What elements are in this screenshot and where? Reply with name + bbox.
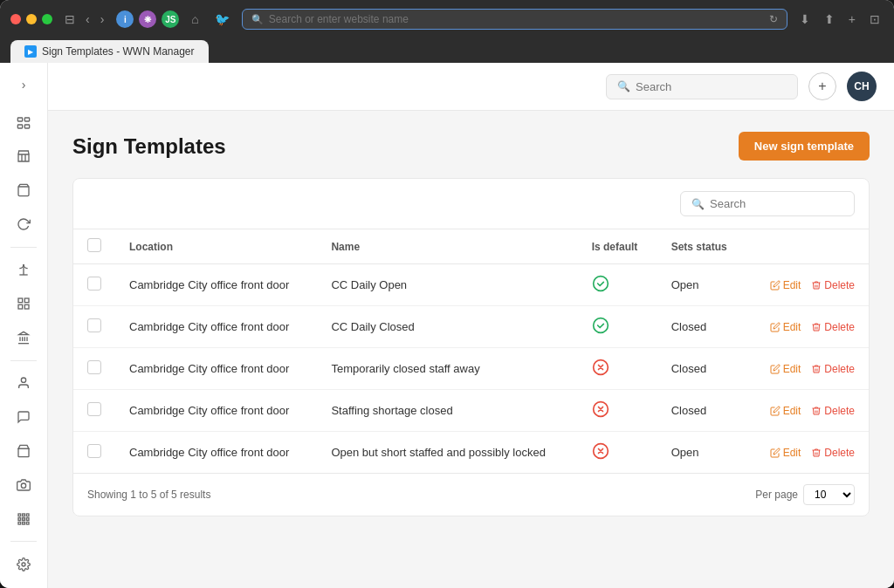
sidebar-toggle[interactable]: ›: [10, 72, 37, 97]
tab-bar: ▶ Sign Templates - WWN Manager: [10, 37, 884, 63]
sidebar-item-store[interactable]: [8, 141, 39, 172]
close-button[interactable]: [10, 14, 21, 24]
address-bar[interactable]: 🔍 ↻: [242, 9, 787, 30]
sidebar-item-bank[interactable]: [8, 323, 39, 353]
edit-button-3[interactable]: Edit: [770, 363, 801, 375]
row-actions-5: Edit Delete: [747, 432, 869, 474]
per-page-label: Per page: [755, 489, 798, 501]
edit-button-2[interactable]: Edit: [770, 321, 801, 333]
row-select-3[interactable]: [73, 348, 115, 390]
sidebar: ›: [0, 63, 48, 588]
home-btn[interactable]: ⌂: [188, 10, 202, 28]
browser-icon-blue: i: [116, 10, 134, 28]
table-search-icon: 🔍: [691, 198, 705, 210]
sidebar-item-bag[interactable]: [8, 175, 39, 206]
table-search-input[interactable]: [710, 197, 843, 210]
sidebar-divider-3: [10, 541, 37, 542]
avatar[interactable]: CH: [847, 72, 877, 101]
minimize-button[interactable]: [26, 14, 37, 24]
svg-rect-20: [23, 514, 25, 516]
svg-rect-0: [17, 118, 22, 121]
edit-button-4[interactable]: Edit: [770, 405, 801, 417]
sidebar-item-scale[interactable]: [8, 255, 39, 285]
row-checkbox-5[interactable]: [87, 444, 101, 458]
sidebar-item-box[interactable]: [8, 435, 39, 466]
svg-rect-19: [18, 514, 21, 516]
header-search-input[interactable]: [636, 80, 787, 93]
address-bar-container: 🔍 ↻: [242, 9, 787, 30]
delete-button-2[interactable]: Delete: [811, 321, 855, 333]
address-input[interactable]: [269, 13, 764, 25]
per-page-select[interactable]: 10 25 50 100: [803, 484, 855, 505]
sidebar-item-camera[interactable]: [8, 469, 39, 500]
sidebar-item-message[interactable]: [8, 401, 39, 432]
row-checkbox-2[interactable]: [87, 318, 101, 332]
showing-results: Showing 1 to 5 of 5 results: [87, 489, 210, 501]
delete-button-1[interactable]: Delete: [811, 279, 855, 291]
row-location-1: Cambridge City office front door: [115, 264, 317, 306]
default-check-icon-1: [592, 275, 609, 292]
row-select-4[interactable]: [73, 390, 115, 432]
browser-icon-purple: ❋: [139, 10, 156, 28]
per-page-control: Per page 10 25 50 100: [755, 484, 855, 505]
row-default-1: [578, 264, 657, 306]
row-checkbox-3[interactable]: [87, 360, 101, 374]
page-title-row: Sign Templates New sign template: [72, 132, 870, 161]
select-all-checkbox[interactable]: [87, 238, 101, 252]
row-actions-2: Edit Delete: [747, 306, 869, 348]
row-actions-4: Edit Delete: [747, 390, 869, 432]
sidebar-item-grid[interactable]: [8, 289, 39, 319]
sidebar-item-refresh[interactable]: [8, 209, 39, 240]
table-row: Cambridge City office front door CC Dail…: [73, 306, 869, 348]
delete-button-5[interactable]: Delete: [811, 447, 855, 459]
row-select-5[interactable]: [73, 432, 115, 474]
delete-button-3[interactable]: Delete: [811, 363, 855, 375]
sidebar-item-apps[interactable]: [8, 503, 39, 534]
svg-rect-24: [26, 517, 29, 520]
sidebar-toggle-btn[interactable]: ⊟: [61, 10, 79, 28]
header-search[interactable]: 🔍: [606, 74, 798, 99]
svg-rect-26: [23, 522, 25, 524]
row-status-4: Closed: [657, 390, 747, 432]
delete-button-4[interactable]: Delete: [811, 405, 855, 417]
edit-button-1[interactable]: Edit: [770, 279, 801, 291]
row-name-2: CC Daily Closed: [317, 306, 577, 348]
row-checkbox-4[interactable]: [87, 402, 101, 416]
row-status-2: Closed: [657, 306, 747, 348]
row-select-2[interactable]: [73, 306, 115, 348]
tab-title: Sign Templates - WWN Manager: [42, 45, 195, 58]
row-default-2: [578, 306, 657, 348]
back-btn[interactable]: ‹: [82, 10, 93, 28]
nav-buttons: ⊟ ‹ ›: [61, 10, 107, 28]
row-location-4: Cambridge City office front door: [115, 390, 317, 432]
browser-icon-green: JS: [162, 10, 179, 28]
table-search[interactable]: 🔍: [680, 191, 855, 216]
download-btn[interactable]: ⬇: [796, 10, 814, 28]
row-checkbox-1[interactable]: [87, 277, 101, 291]
share-btn[interactable]: ⬆: [821, 10, 838, 28]
reload-icon[interactable]: ↻: [769, 13, 778, 25]
traffic-lights: [10, 14, 52, 24]
sidebar-item-user[interactable]: [8, 368, 39, 399]
more-btn[interactable]: ⊡: [866, 10, 884, 28]
svg-point-29: [593, 277, 608, 291]
sidebar-item-person[interactable]: [8, 107, 39, 138]
app-content: ›: [0, 63, 894, 588]
select-all-header[interactable]: [73, 229, 115, 264]
new-tab-btn[interactable]: +: [845, 10, 859, 28]
svg-point-18: [21, 483, 25, 488]
edit-button-5[interactable]: Edit: [770, 447, 801, 459]
header-add-button[interactable]: +: [808, 72, 836, 100]
row-status-1: Open: [657, 264, 747, 306]
row-select-1[interactable]: [73, 264, 115, 306]
name-header: Name: [317, 229, 577, 264]
sidebar-item-settings[interactable]: [8, 549, 39, 579]
forward-btn[interactable]: ›: [97, 10, 108, 28]
new-template-button[interactable]: New sign template: [739, 132, 870, 161]
actions-header: [747, 229, 869, 264]
maximize-button[interactable]: [42, 14, 52, 24]
extensions-btn[interactable]: 🐦: [211, 10, 233, 28]
page-title: Sign Templates: [72, 134, 226, 159]
row-status-3: Closed: [657, 348, 747, 390]
active-tab[interactable]: ▶ Sign Templates - WWN Manager: [10, 40, 209, 63]
